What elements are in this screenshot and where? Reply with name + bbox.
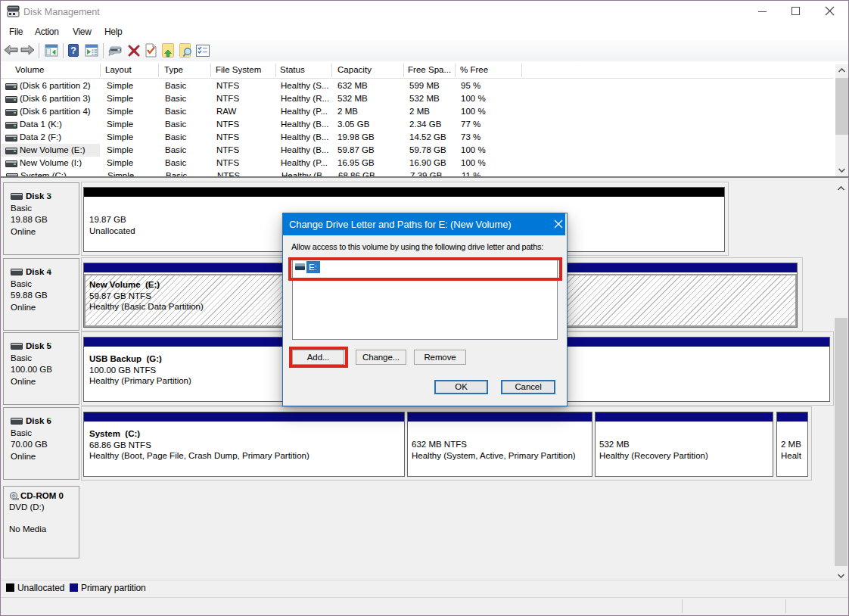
svg-text:?: ? bbox=[70, 45, 76, 56]
